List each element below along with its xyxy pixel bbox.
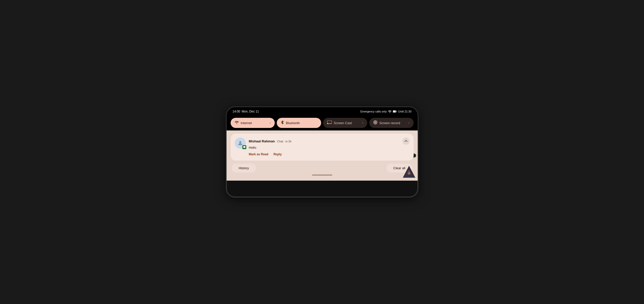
status-bar: 14:00 Mon, Dec 11 Emergency calls only U… xyxy=(227,107,418,115)
date: Mon, Dec 11 xyxy=(242,110,259,113)
panel-footer: History Clear all xyxy=(231,164,414,173)
history-button[interactable]: History xyxy=(232,164,256,173)
screencast-arrow: › xyxy=(362,121,363,125)
screencast-tile[interactable]: Screen Cast › xyxy=(323,118,367,128)
home-bar xyxy=(231,173,414,177)
notif-header: Mishaal Rahman · Chat · in 3h Hello Mark… xyxy=(235,138,410,157)
notif-actions: Mark as Read Reply xyxy=(249,152,410,157)
watermark: A xyxy=(402,165,416,179)
status-left: 14:00 Mon, Dec 11 xyxy=(233,110,259,113)
internet-label: Internet xyxy=(241,121,268,125)
mark-as-read-button[interactable]: Mark as Read xyxy=(249,152,268,157)
svg-rect-1 xyxy=(396,111,397,112)
notif-sender: Mishaal Rahman · Chat · in 3h xyxy=(249,139,292,143)
screenrecord-label: Screen record xyxy=(379,121,407,125)
battery-icon xyxy=(393,110,397,113)
svg-point-7 xyxy=(375,122,376,123)
notif-message: Hello xyxy=(249,146,410,149)
phone-frame: 14:00 Mon, Dec 11 Emergency calls only U… xyxy=(226,106,418,198)
bluetooth-tile[interactable]: Bluetooth xyxy=(277,118,321,128)
notif-meta: · Chat · in 3h xyxy=(276,140,291,143)
status-right: Emergency calls only Until 21:30 xyxy=(360,110,412,113)
sender-name: Mishaal Rahman xyxy=(249,139,275,143)
screenrecord-tile[interactable]: Screen record › xyxy=(369,118,414,128)
quick-settings: Internet › Bluetooth Screen Cas xyxy=(227,115,418,130)
emergency-text: Emergency calls only xyxy=(360,110,387,113)
bluetooth-icon xyxy=(281,120,284,125)
svg-rect-2 xyxy=(393,111,396,112)
wifi-qs-icon xyxy=(235,121,239,125)
internet-tile[interactable]: Internet › xyxy=(231,118,275,128)
wifi-icon xyxy=(388,110,392,113)
avatar-wrap xyxy=(235,138,246,149)
home-indicator xyxy=(312,175,332,176)
battery-label: Until 21:30 xyxy=(398,110,412,113)
svg-point-8 xyxy=(239,141,241,143)
bluetooth-label: Bluetooth xyxy=(286,121,317,125)
collapse-button[interactable] xyxy=(402,138,410,145)
notif-title-row: Mishaal Rahman · Chat · in 3h xyxy=(249,138,410,145)
internet-arrow: › xyxy=(270,121,271,125)
time: 14:00 xyxy=(233,110,240,113)
notif-content: Mishaal Rahman · Chat · in 3h Hello Mark… xyxy=(249,138,410,157)
record-icon xyxy=(373,120,377,125)
chat-badge xyxy=(242,145,246,149)
notification-card[interactable]: Mishaal Rahman · Chat · in 3h Hello Mark… xyxy=(231,134,414,161)
reply-button[interactable]: Reply xyxy=(273,152,282,157)
screencast-label: Screen Cast xyxy=(334,121,360,125)
notification-panel: Mishaal Rahman · Chat · in 3h Hello Mark… xyxy=(227,130,418,181)
screenrecord-arrow: › xyxy=(409,121,410,125)
cast-icon xyxy=(327,121,332,125)
